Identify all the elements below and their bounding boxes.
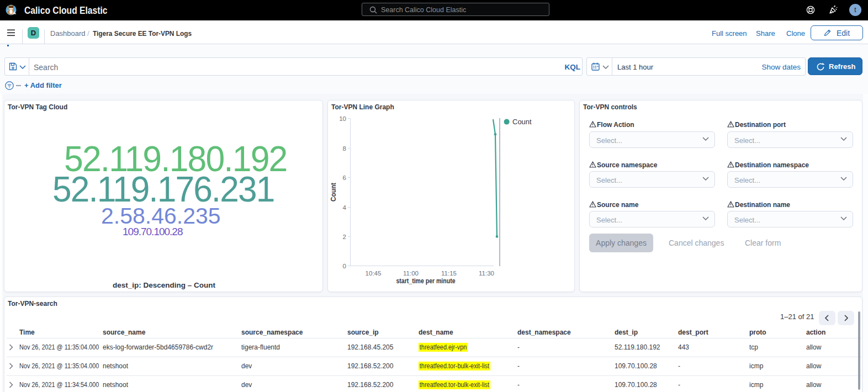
- svg-text:10: 10: [339, 115, 346, 122]
- svg-text:11:30: 11:30: [479, 270, 494, 277]
- svg-text:11:15: 11:15: [441, 270, 457, 277]
- svg-text:Count: Count: [330, 183, 337, 202]
- svg-text:Count: Count: [512, 118, 532, 126]
- svg-text:0: 0: [343, 263, 346, 269]
- svg-text:6: 6: [343, 174, 346, 181]
- svg-text:10:45: 10:45: [366, 270, 382, 277]
- svg-text:8: 8: [343, 145, 346, 152]
- svg-text:4: 4: [343, 204, 347, 211]
- svg-text:start_time per minute: start_time per minute: [396, 277, 456, 285]
- svg-text:11:00: 11:00: [403, 270, 419, 277]
- svg-text:2: 2: [343, 234, 346, 240]
